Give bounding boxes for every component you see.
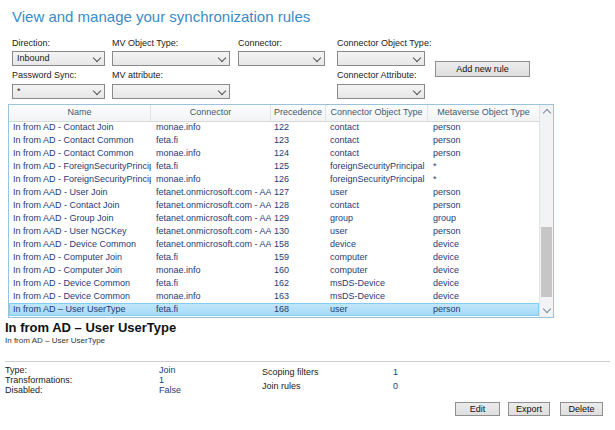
cell-precedence: 123 — [271, 134, 326, 147]
cell-connector: fetanet.onmicrosoft.com - AAD — [151, 238, 271, 251]
cell-connector: feta.fi — [151, 277, 271, 290]
sync-rules-editor-window: View and manage your synchronization rul… — [0, 0, 615, 430]
direction-label: Direction: — [12, 38, 50, 48]
edit-button[interactable]: Edit — [455, 402, 500, 416]
cell-connector-object-type: msDS-Device — [326, 290, 428, 303]
column-header-metaverse-object-type[interactable]: Metaverse Object Type — [428, 105, 539, 121]
cell-connector-object-type: group — [326, 212, 428, 225]
column-header-connector[interactable]: Connector — [151, 105, 271, 121]
cell-connector: feta.fi — [151, 303, 271, 316]
cell-connector: fetanet.onmicrosoft.com - AAD — [151, 225, 271, 238]
connector-attribute-select[interactable] — [337, 84, 425, 99]
cell-metaverse-object-type: device — [428, 277, 539, 290]
cell-precedence: 122 — [271, 121, 326, 134]
table-row[interactable]: In from AD - ForeignSecurityPrincipal Jo… — [9, 160, 539, 173]
cell-connector-object-type: contact — [326, 147, 428, 160]
scrollbar-thumb[interactable] — [541, 227, 552, 297]
cell-metaverse-object-type: * — [428, 160, 539, 173]
chevron-down-icon — [313, 54, 321, 62]
cell-precedence: 128 — [271, 199, 326, 212]
cell-name: In from AAD - Device Common — [9, 238, 151, 251]
connector-select[interactable] — [238, 51, 325, 66]
cell-connector: monae.info — [151, 290, 271, 303]
cell-connector: fetanet.onmicrosoft.com - AAD — [151, 186, 271, 199]
password-sync-select[interactable]: * — [12, 84, 105, 99]
cell-metaverse-object-type: * — [428, 173, 539, 186]
type-label: Type: — [5, 365, 27, 375]
cell-metaverse-object-type: person — [428, 303, 539, 316]
cell-connector-object-type: msDS-Device — [326, 277, 428, 290]
table-row[interactable]: In from AD - Contact Joinmonae.info122co… — [9, 121, 539, 134]
vertical-scrollbar[interactable] — [539, 105, 553, 317]
chevron-down-icon — [413, 54, 421, 62]
cell-connector: monae.info — [151, 173, 271, 186]
join-rules-value: 0 — [393, 381, 398, 391]
cell-connector-object-type: device — [326, 238, 428, 251]
transformations-label: Transformations: — [5, 375, 72, 385]
export-button[interactable]: Export — [508, 402, 550, 416]
table-header: Name Connector Precedence Connector Obje… — [9, 105, 539, 122]
password-sync-value: * — [17, 86, 21, 96]
table-row[interactable]: In from AD - Contact Commonmonae.info124… — [9, 147, 539, 160]
cell-precedence: 124 — [271, 147, 326, 160]
cell-connector-object-type: foreignSecurityPrincipal — [326, 160, 428, 173]
cell-connector-object-type: foreignSecurityPrincipal — [326, 173, 428, 186]
transformations-value: 1 — [159, 375, 164, 385]
table-row[interactable]: In from AD - Computer Joinfeta.fi159comp… — [9, 251, 539, 264]
table-row[interactable]: In from AAD - Device Commonfetanet.onmic… — [9, 238, 539, 251]
table-row[interactable]: In from AD - Device Commonmonae.info163m… — [9, 290, 539, 303]
cell-metaverse-object-type: person — [428, 199, 539, 212]
mv-object-type-select[interactable] — [112, 51, 230, 66]
cell-name: In from AAD - Group Join — [9, 212, 151, 225]
table-row[interactable]: In from AD - Device Commonfeta.fi162msDS… — [9, 277, 539, 290]
table-row[interactable]: In from AAD - User NGCKeyfetanet.onmicro… — [9, 225, 539, 238]
disabled-label: Disabled: — [5, 385, 43, 395]
cell-metaverse-object-type: person — [428, 147, 539, 160]
table-row[interactable]: In from AD – User UserTypefeta.fi168user… — [9, 303, 539, 316]
cell-connector: monae.info — [151, 147, 271, 160]
table-row[interactable]: In from AD - Contact Commonfeta.fi123con… — [9, 134, 539, 147]
chevron-down-icon — [218, 54, 226, 62]
cell-precedence: 126 — [271, 173, 326, 186]
direction-select[interactable]: Inbound — [12, 51, 105, 66]
cell-name: In from AD - ForeignSecurityPrincipal Jo… — [9, 173, 151, 186]
column-header-name[interactable]: Name — [9, 105, 151, 121]
connector-object-type-select[interactable] — [337, 51, 425, 66]
delete-button[interactable]: Delete — [560, 402, 603, 416]
cell-connector-object-type: contact — [326, 199, 428, 212]
cell-name: In from AD - Contact Join — [9, 121, 151, 134]
table-row[interactable]: In from AAD - User Joinfetanet.onmicroso… — [9, 186, 539, 199]
cell-name: In from AD - Contact Common — [9, 134, 151, 147]
table-row[interactable]: In from AD - ForeignSecurityPrincipal Jo… — [9, 173, 539, 186]
table-row[interactable]: In from AAD - Group Joinfetanet.onmicros… — [9, 212, 539, 225]
detail-subheading: In from AD – User UserType — [5, 336, 105, 345]
password-sync-label: Password Sync: — [12, 70, 77, 80]
table-row[interactable]: In from AD - Computer Joinmonae.info160c… — [9, 264, 539, 277]
cell-connector-object-type: computer — [326, 264, 428, 277]
mv-object-type-label: MV Object Type: — [112, 38, 178, 48]
cell-connector-object-type: contact — [326, 121, 428, 134]
chevron-down-icon — [93, 54, 101, 62]
cell-metaverse-object-type: device — [428, 251, 539, 264]
scroll-down-icon[interactable] — [540, 304, 554, 317]
cell-connector: monae.info — [151, 121, 271, 134]
join-rules-label: Join rules — [262, 381, 301, 391]
cell-name: In from AAD - User NGCKey — [9, 225, 151, 238]
cell-precedence: 160 — [271, 264, 326, 277]
cell-metaverse-object-type: person — [428, 186, 539, 199]
add-new-rule-button[interactable]: Add new rule — [435, 61, 530, 77]
column-header-precedence[interactable]: Precedence — [271, 105, 326, 121]
table-row[interactable]: In from AAD - Contact Joinfetanet.onmicr… — [9, 199, 539, 212]
cell-metaverse-object-type: group — [428, 212, 539, 225]
chevron-down-icon — [413, 87, 421, 95]
type-value: Join — [159, 365, 176, 375]
divider — [5, 361, 610, 362]
cell-precedence: 163 — [271, 290, 326, 303]
cell-precedence: 159 — [271, 251, 326, 264]
scroll-up-icon[interactable] — [540, 105, 554, 118]
scoping-filters-value: 1 — [393, 367, 398, 377]
cell-name: In from AD - Device Common — [9, 277, 151, 290]
mv-attribute-select[interactable] — [112, 84, 230, 99]
column-header-connector-object-type[interactable]: Connector Object Type — [326, 105, 428, 121]
cell-metaverse-object-type: device — [428, 264, 539, 277]
